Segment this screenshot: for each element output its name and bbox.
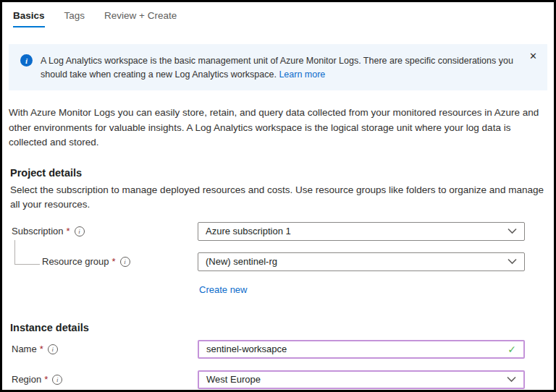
- create-workspace-pane: Basics Tags Review + Create i A Log Anal…: [0, 0, 556, 392]
- info-banner-text: A Log Analytics workspace is the basic m…: [41, 56, 513, 80]
- project-details-form: Subscription * i Azure subscription 1 Re…: [12, 222, 554, 296]
- name-label: Name * i: [12, 344, 198, 354]
- instance-details-form: Name * i sentinel-worksapce ✓ Region * i…: [12, 340, 554, 389]
- info-banner-message: A Log Analytics workspace is the basic m…: [41, 56, 513, 80]
- resource-group-value: (New) sentinel-rg: [206, 256, 507, 267]
- info-banner: i A Log Analytics workspace is the basic…: [9, 44, 547, 90]
- close-icon[interactable]: ✕: [529, 51, 537, 62]
- required-asterisk: *: [112, 256, 116, 267]
- info-icon[interactable]: i: [52, 375, 62, 385]
- learn-more-link[interactable]: Learn more: [279, 69, 325, 80]
- info-icon[interactable]: i: [48, 344, 58, 354]
- region-label-text: Region: [12, 374, 41, 385]
- tab-basics[interactable]: Basics: [13, 10, 45, 27]
- name-label-text: Name: [12, 344, 37, 354]
- subscription-label: Subscription * i: [12, 226, 198, 237]
- intro-paragraph: With Azure Monitor Logs you can easily s…: [9, 106, 547, 150]
- subscription-value: Azure subscription 1: [206, 226, 507, 237]
- chevron-down-icon: [507, 258, 517, 265]
- required-asterisk: *: [44, 374, 48, 385]
- chevron-down-icon: [507, 376, 516, 383]
- info-icon[interactable]: i: [120, 257, 130, 267]
- resource-group-connector-line: [14, 240, 40, 265]
- resource-group-row: Resource group * i (New) sentinel-rg: [12, 252, 554, 271]
- region-label: Region * i: [12, 374, 198, 385]
- name-value: sentinel-worksapce: [206, 344, 507, 354]
- wizard-tabs: Basics Tags Review + Create: [2, 2, 554, 27]
- project-details-description: Select the subscription to manage deploy…: [10, 183, 547, 212]
- project-details-heading: Project details: [10, 167, 547, 179]
- name-row: Name * i sentinel-worksapce ✓: [12, 340, 554, 359]
- info-icon[interactable]: i: [75, 226, 85, 237]
- instance-details-heading: Instance details: [10, 322, 547, 333]
- subscription-label-text: Subscription: [12, 226, 64, 237]
- region-row: Region * i West Europe: [12, 370, 554, 389]
- create-new-link[interactable]: Create new: [199, 284, 247, 295]
- chevron-down-icon: [507, 228, 517, 234]
- resource-group-label-text: Resource group: [42, 256, 109, 267]
- name-input[interactable]: sentinel-worksapce ✓: [198, 340, 525, 359]
- tab-tags[interactable]: Tags: [64, 10, 85, 27]
- region-value: West Europe: [206, 374, 507, 385]
- subscription-dropdown[interactable]: Azure subscription 1: [198, 222, 525, 241]
- required-asterisk: *: [67, 226, 70, 237]
- region-dropdown[interactable]: West Europe: [198, 370, 525, 389]
- info-icon: i: [20, 54, 33, 67]
- valid-check-icon: ✓: [507, 344, 516, 355]
- required-asterisk: *: [40, 344, 43, 354]
- subscription-row: Subscription * i Azure subscription 1: [12, 222, 554, 241]
- resource-group-dropdown[interactable]: (New) sentinel-rg: [198, 252, 525, 271]
- tab-review-create[interactable]: Review + Create: [104, 10, 177, 27]
